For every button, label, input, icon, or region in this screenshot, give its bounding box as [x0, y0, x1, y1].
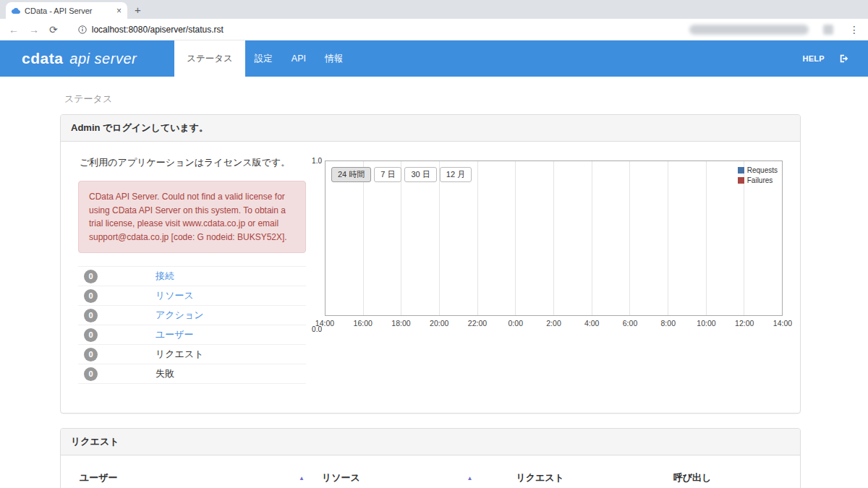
back-icon[interactable]: ←: [9, 24, 19, 35]
resources-count-badge: 0: [84, 289, 98, 303]
app-navbar: cdata api server ステータス 設定 API 情報 HELP: [0, 40, 868, 77]
x-tick: 22:00: [468, 319, 487, 328]
browser-menu-icon[interactable]: ⋮: [849, 24, 859, 35]
requests-panel: リクエスト ユーザー ▲ admin リソース: [60, 428, 801, 488]
stats-list: 0 接続 0 リソース 0 アクション 0 ユーザー: [78, 266, 306, 384]
resource-column-label: リソース: [322, 471, 360, 484]
status-panel-header: Admin でログインしています。: [61, 115, 800, 142]
users-count-badge: 0: [84, 328, 98, 342]
y-axis-max-label: 1.0: [303, 157, 322, 165]
range-24h-button[interactable]: 24 時間: [331, 167, 371, 182]
x-tick: 12:00: [735, 319, 754, 328]
users-column-label: ユーザー: [80, 471, 118, 484]
stat-row-requests: 0 リクエスト: [78, 345, 306, 364]
status-panel: Admin でログインしています。 ご利用のアプリケーションはライセンス版です。…: [60, 114, 801, 414]
tab-status-label: ステータス: [187, 53, 233, 65]
connections-link[interactable]: 接続: [156, 270, 174, 283]
x-tick: 16:00: [354, 319, 373, 328]
chart-wrap: 1.0 0.0 24 時間 7 日 30 日 12 月: [325, 160, 783, 330]
tab-settings-label: 設定: [255, 53, 273, 65]
browser-tab[interactable]: CData - API Server ×: [6, 2, 127, 19]
requests-count-badge: 0: [84, 348, 98, 361]
tab-api-label: API: [292, 53, 306, 64]
cdata-logo: cdata api server: [22, 40, 137, 77]
blurred-avatar: [823, 25, 833, 35]
url-text: localhost:8080/apiserver/status.rst: [92, 25, 224, 35]
x-tick: 14:00: [773, 319, 792, 328]
legend-requests: Requests: [738, 166, 778, 174]
actions-link[interactable]: アクション: [156, 309, 204, 322]
x-tick: 2:00: [546, 319, 561, 328]
help-link[interactable]: HELP: [802, 54, 825, 63]
range-12m-button[interactable]: 12 月: [440, 167, 472, 182]
range-30d-button[interactable]: 30 日: [404, 167, 436, 182]
stat-row-resources: 0 リソース: [78, 286, 306, 306]
users-table: ユーザー ▲ admin: [78, 466, 306, 488]
x-tick: 6:00: [623, 319, 637, 328]
legend-requests-label: Requests: [747, 166, 778, 174]
requests-panel-header: リクエスト: [61, 429, 800, 455]
site-info-icon[interactable]: [78, 25, 87, 34]
cdata-favicon-icon: [12, 7, 20, 15]
chart-x-axis: 14:00 16:00 18:00 20:00 22:00 0:00 2:00 …: [325, 319, 783, 330]
x-tick: 0:00: [509, 319, 523, 328]
calls-column-header[interactable]: 呼び出し: [672, 466, 783, 488]
license-alert: CData API Server. Could not find a valid…: [78, 181, 306, 253]
x-tick: 10:00: [697, 319, 715, 328]
new-tab-icon[interactable]: +: [135, 4, 141, 16]
breadcrumb: ステータス: [64, 93, 801, 106]
stat-row-users: 0 ユーザー: [78, 325, 306, 345]
page-content: ステータス Admin でログインしています。 ご利用のアプリケーションはライセ…: [60, 93, 801, 488]
x-tick: 4:00: [584, 319, 599, 328]
resource-column-header[interactable]: リソース ▲: [320, 466, 514, 488]
logo-cdata-text: cdata: [22, 50, 63, 67]
navbar-right: HELP: [802, 40, 868, 77]
tab-settings[interactable]: 設定: [245, 40, 282, 77]
requests-panel-body: ユーザー ▲ admin リソース ▲: [61, 455, 800, 488]
logout-icon[interactable]: [839, 53, 849, 64]
reload-icon[interactable]: ⟳: [49, 24, 58, 35]
logo-api-server-text: api server: [69, 51, 137, 67]
failures-count-badge: 0: [84, 367, 98, 381]
chart-range-buttons: 24 時間 7 日 30 日 12 月: [331, 167, 472, 182]
browser-tab-title: CData - API Server: [25, 7, 112, 15]
failures-swatch: [738, 177, 744, 184]
status-left-column: ご利用のアプリケーションはライセンス版です。 CData API Server.…: [78, 153, 306, 384]
browser-tabstrip: CData - API Server × +: [0, 0, 868, 19]
actions-count-badge: 0: [84, 309, 98, 322]
legend-failures: Failures: [738, 176, 778, 184]
requests-detail-table: リソース ▲ リクエスト 呼び出し No data available in t…: [320, 466, 783, 488]
sort-asc-icon: ▲: [299, 475, 305, 481]
address-bar[interactable]: localhost:8080/apiserver/status.rst: [78, 25, 679, 35]
blurred-profile-area: [689, 25, 809, 35]
chart-gridlines: [326, 161, 782, 315]
x-tick: 18:00: [391, 319, 410, 328]
chart-legend: Requests Failures: [738, 166, 778, 184]
requests-label: リクエスト: [156, 348, 204, 361]
resources-link[interactable]: リソース: [156, 289, 194, 302]
connections-count-badge: 0: [84, 270, 98, 283]
request-column-label: リクエスト: [516, 471, 564, 484]
x-tick: 8:00: [661, 319, 676, 328]
stat-row-actions: 0 アクション: [78, 306, 306, 325]
range-7d-button[interactable]: 7 日: [374, 167, 401, 182]
stat-row-failures: 0 失敗: [78, 364, 306, 384]
sort-asc-icon: ▲: [467, 475, 472, 481]
x-tick: 20:00: [430, 319, 448, 328]
navbar-tabs: ステータス 設定 API 情報: [174, 40, 352, 77]
tab-info-label: 情報: [325, 53, 343, 65]
browser-toolbar: ← → ⟳ localhost:8080/apiserver/status.rs…: [0, 19, 868, 40]
stat-row-connections: 0 接続: [78, 267, 306, 286]
tab-api[interactable]: API: [282, 40, 315, 77]
failures-label: 失敗: [156, 367, 174, 380]
request-column-header[interactable]: リクエスト: [514, 466, 671, 488]
forward-icon[interactable]: →: [29, 24, 39, 35]
users-link[interactable]: ユーザー: [156, 328, 194, 341]
legend-failures-label: Failures: [747, 176, 773, 184]
chart-plot-area: 24 時間 7 日 30 日 12 月 Requests: [325, 160, 783, 316]
tab-status[interactable]: ステータス: [174, 40, 245, 77]
tab-close-icon[interactable]: ×: [116, 7, 122, 15]
tab-info[interactable]: 情報: [315, 40, 352, 77]
users-column-header[interactable]: ユーザー ▲: [78, 466, 306, 488]
status-panel-body: ご利用のアプリケーションはライセンス版です。 CData API Server.…: [61, 142, 800, 413]
